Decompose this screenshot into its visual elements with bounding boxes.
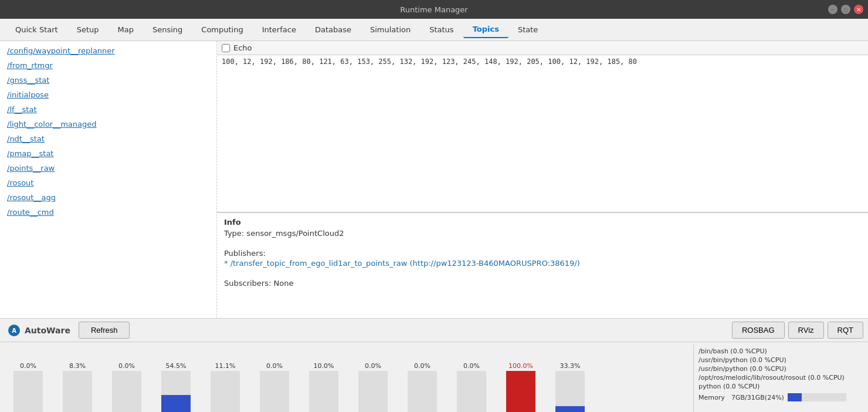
cpu-bar-fill-cpu10 xyxy=(506,371,535,412)
memory-bar-container xyxy=(788,393,846,401)
autoware-logo: A AutoWare xyxy=(5,323,73,337)
menu-item-computing[interactable]: Computing xyxy=(192,22,252,38)
cpu-bar-cpu6: 10.0%CPU6 xyxy=(300,362,347,412)
cpu-bar-fill-cpu3 xyxy=(161,395,191,412)
echo-header: Echo xyxy=(217,41,868,55)
cpu-bar-container-cpu7 xyxy=(358,371,388,412)
refresh-button[interactable]: Refresh xyxy=(79,322,130,339)
menu-item-state[interactable]: State xyxy=(508,22,547,38)
cpu-bar-container-cpu4 xyxy=(211,371,240,412)
rviz-button[interactable]: RViz xyxy=(788,322,824,339)
cpu-bar-cpu5: 0.0%CPU5 xyxy=(251,362,298,412)
info-type: Type: sensor_msgs/PointCloud2 xyxy=(224,229,861,238)
cpu-bar-cpu11: 33.3%CPU11 xyxy=(547,362,594,412)
memory-bar-fill xyxy=(788,393,802,401)
topic-item-6[interactable]: /ndt__stat xyxy=(0,131,216,146)
minimize-button[interactable]: − xyxy=(828,5,838,14)
cpu-percent-cpu5: 0.0% xyxy=(266,362,283,370)
echo-area: Echo 100, 12, 192, 186, 80, 121, 63, 153… xyxy=(217,41,868,212)
cpu-bar-cpu10: 100.0%CPU10 xyxy=(497,362,544,412)
topic-item-9[interactable]: /rosout xyxy=(0,175,216,190)
cpu-percent-cpu7: 0.0% xyxy=(365,362,381,370)
cpu-process-line: /opt/ros/melodic/lib/rosout/rosout (0.0 … xyxy=(699,374,859,381)
echo-checkbox[interactable] xyxy=(222,44,230,52)
maximize-button[interactable]: □ xyxy=(841,5,850,14)
right-panel: Echo 100, 12, 192, 186, 80, 121, 63, 153… xyxy=(217,41,868,318)
cpu-process-line: /usr/bin/python (0.0 %CPU) xyxy=(699,356,859,364)
cpu-percent-cpu3: 54.5% xyxy=(166,362,187,370)
cpu-percent-cpu9: 0.0% xyxy=(463,362,480,370)
info-publishers-label: Publishers: xyxy=(224,249,861,258)
topic-item-2[interactable]: /gnss__stat xyxy=(0,73,216,87)
cpu-percent-cpu10: 100.0% xyxy=(508,362,533,370)
rosbag-button[interactable]: ROSBAG xyxy=(732,322,785,339)
info-subscribers: Subscribers: None xyxy=(224,279,861,288)
menu-item-setup[interactable]: Setup xyxy=(67,22,108,38)
echo-label: Echo xyxy=(233,43,252,52)
autoware-text: AutoWare xyxy=(25,326,70,335)
cpu-bar-container-cpu10 xyxy=(506,371,535,412)
cpu-info-panel: /bin/bash (0.0 %CPU)/usr/bin/python (0.0… xyxy=(693,345,863,412)
rqt-button[interactable]: RQT xyxy=(828,322,863,339)
bottom-toolbar: A AutoWare Refresh ROSBAG RViz RQT xyxy=(0,318,868,342)
cpu-bar-container-cpu2 xyxy=(112,371,141,412)
menu-item-sensing[interactable]: Sensing xyxy=(143,22,192,38)
info-publisher-item: * /transfer_topic_from_ego_lid1ar_to_poi… xyxy=(224,259,861,268)
cpu-bar-cpu1: 8.3%CPU1 xyxy=(54,362,101,412)
cpu-bar-fill-cpu11 xyxy=(555,406,585,412)
cpu-percent-cpu8: 0.0% xyxy=(414,362,430,370)
topic-item-5[interactable]: /light__color__managed xyxy=(0,117,216,131)
menu-item-map[interactable]: Map xyxy=(108,22,143,38)
cpu-bar-cpu0: 0.0%CPU0 xyxy=(5,362,52,412)
cpu-percent-cpu1: 8.3% xyxy=(69,362,86,370)
cpu-bar-cpu4: 11.1%CPU4 xyxy=(202,362,249,412)
memory-label: Memory xyxy=(699,394,728,401)
cpu-bar-cpu9: 0.0%CPU9 xyxy=(448,362,495,412)
cpu-bar-container-cpu6 xyxy=(309,371,338,412)
cpu-bars-section: 0.0%CPU08.3%CPU10.0%CPU254.5%CPU311.1%CP… xyxy=(5,345,693,412)
cpu-percent-cpu0: 0.0% xyxy=(20,362,36,370)
echo-content: 100, 12, 192, 186, 80, 121, 63, 153, 255… xyxy=(217,55,868,212)
svg-text:A: A xyxy=(12,327,16,334)
window-title: Runtime Manager xyxy=(400,5,467,14)
menu-item-status[interactable]: Status xyxy=(420,22,463,38)
title-bar: Runtime Manager − □ ✕ xyxy=(0,0,868,19)
cpu-percent-cpu2: 0.0% xyxy=(118,362,135,370)
topic-item-11[interactable]: /route__cmd xyxy=(0,205,216,219)
topic-item-0[interactable]: /config/waypoint__replanner xyxy=(0,43,216,58)
topic-item-4[interactable]: /lf__stat xyxy=(0,102,216,117)
cpu-bar-container-cpu0 xyxy=(13,371,43,412)
menu-item-quick-start[interactable]: Quick Start xyxy=(6,22,67,38)
autoware-icon: A xyxy=(7,323,21,337)
action-buttons: ROSBAG RViz RQT xyxy=(732,322,863,339)
cpu-bar-container-cpu11 xyxy=(555,371,585,412)
cpu-bar-container-cpu8 xyxy=(408,371,437,412)
memory-row: Memory7GB/31GB(24%) xyxy=(699,393,859,401)
cpu-bar-cpu2: 0.0%CPU2 xyxy=(103,362,150,412)
close-button[interactable]: ✕ xyxy=(854,5,863,14)
cpu-process-line: /usr/bin/python (0.0 %CPU) xyxy=(699,365,859,373)
cpu-bar-container-cpu3 xyxy=(161,371,191,412)
topic-item-8[interactable]: /points__raw xyxy=(0,161,216,175)
menu-item-database[interactable]: Database xyxy=(306,22,361,38)
menu-bar: Quick Start Setup Map Sensing Computing … xyxy=(0,19,868,41)
main-content: /config/waypoint__replanner /from_rtmgr … xyxy=(0,41,868,318)
cpu-bar-container-cpu9 xyxy=(457,371,486,412)
info-area: Info Type: sensor_msgs/PointCloud2 Publi… xyxy=(217,212,868,318)
menu-item-topics[interactable]: Topics xyxy=(463,21,508,38)
cpu-bar-cpu7: 0.0%CPU7 xyxy=(350,362,396,412)
topic-item-7[interactable]: /pmap__stat xyxy=(0,146,216,161)
cpu-bar-cpu3: 54.5%CPU3 xyxy=(152,362,199,412)
topic-item-10[interactable]: /rosout__agg xyxy=(0,190,216,205)
info-title: Info xyxy=(224,218,861,227)
cpu-percent-cpu4: 11.1% xyxy=(215,362,236,370)
cpu-percent-cpu6: 10.0% xyxy=(314,362,334,370)
cpu-process-line: python (0.0 %CPU) xyxy=(699,383,859,390)
topic-list: /config/waypoint__replanner /from_rtmgr … xyxy=(0,41,217,318)
menu-item-interface[interactable]: Interface xyxy=(253,22,306,38)
cpu-bar-container-cpu5 xyxy=(260,371,289,412)
topic-item-3[interactable]: /initialpose xyxy=(0,87,216,102)
menu-item-simulation[interactable]: Simulation xyxy=(361,22,420,38)
topic-item-1[interactable]: /from_rtmgr xyxy=(0,58,216,73)
memory-text: 7GB/31GB(24%) xyxy=(731,394,784,401)
